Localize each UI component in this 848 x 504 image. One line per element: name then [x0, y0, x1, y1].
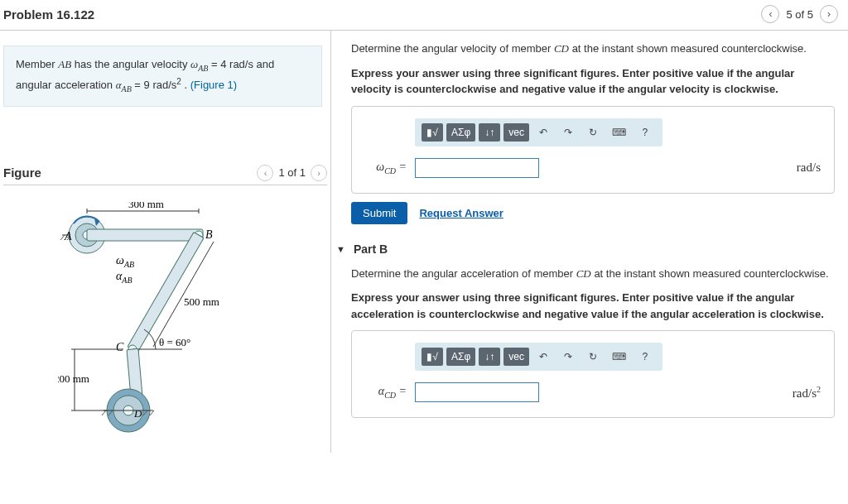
figure-page: 1 of 1	[278, 166, 306, 179]
svg-text:αAB: αAB	[116, 270, 132, 285]
next-problem-button[interactable]: ›	[820, 5, 838, 23]
formula-toolbar-A: ▮√ ΑΣφ ↓↑ vec ↶ ↷ ↻ ⌨ ?	[415, 118, 662, 146]
svg-text:θ = 60°: θ = 60°	[159, 336, 190, 348]
svg-text:ωAB: ωAB	[116, 254, 134, 269]
partB-header[interactable]: ▼ Part B	[336, 242, 835, 256]
figure-title: Figure	[3, 166, 41, 180]
partB-prompt1: Determine the angular acceleration of me…	[351, 266, 835, 282]
svg-text:500 mm: 500 mm	[184, 295, 219, 308]
figure-prev-button[interactable]: ‹	[257, 165, 273, 181]
partA-unit: rad/s	[797, 161, 821, 175]
redo-button[interactable]: ↷	[557, 348, 579, 366]
figure-diagram: 300 mm A B ωAB αAB	[0, 190, 330, 453]
partA-answer-box: ▮√ ΑΣφ ↓↑ vec ↶ ↷ ↻ ⌨ ? ωCD = rad/s	[351, 106, 835, 194]
svg-rect-7	[87, 229, 203, 241]
partB-variable: αCD =	[365, 385, 407, 400]
svg-text:D: D	[133, 407, 142, 420]
svg-text:B: B	[205, 228, 213, 241]
partA-prompt1: Determine the angular velocity of member…	[351, 41, 835, 57]
svg-text:200 mm: 200 mm	[58, 372, 89, 385]
vector-button[interactable]: vec	[504, 123, 529, 142]
partB-title: Part B	[354, 242, 388, 256]
svg-text:300 mm: 300 mm	[128, 202, 164, 210]
reset-button[interactable]: ↻	[582, 348, 604, 366]
keyboard-button[interactable]: ⌨	[607, 348, 631, 366]
formula-toolbar-B: ▮√ ΑΣφ ↓↑ vec ↶ ↷ ↻ ⌨ ?	[415, 343, 662, 371]
svg-rect-12	[128, 232, 204, 353]
svg-text:C: C	[116, 341, 124, 353]
help-button[interactable]: ?	[634, 348, 656, 366]
reset-button[interactable]: ↻	[582, 123, 604, 142]
keyboard-button[interactable]: ⌨	[607, 123, 631, 142]
partB-answer-input[interactable]	[415, 382, 539, 402]
partA-prompt2: Express your answer using three signific…	[351, 65, 835, 98]
vector-button[interactable]: vec	[504, 348, 529, 366]
problem-statement: Member AB has the angular velocity ωAB =…	[3, 46, 322, 107]
help-button[interactable]: ?	[634, 123, 656, 142]
collapse-icon: ▼	[336, 244, 345, 254]
partB-answer-box: ▮√ ΑΣφ ↓↑ vec ↶ ↷ ↻ ⌨ ? αCD = rad/s2	[351, 330, 835, 418]
partA-request-answer-link[interactable]: Request Answer	[419, 207, 503, 219]
prev-problem-button[interactable]: ‹	[761, 5, 779, 23]
symbols-button[interactable]: ΑΣφ	[446, 123, 475, 142]
partA-answer-input[interactable]	[415, 158, 539, 178]
undo-button[interactable]: ↶	[532, 348, 554, 366]
problem-title: Problem 16.122	[3, 7, 94, 22]
templates-button[interactable]: ▮√	[422, 348, 443, 366]
partB-unit: rad/s2	[793, 385, 821, 401]
partA-variable: ωCD =	[365, 161, 407, 175]
partB-prompt2: Express your answer using three signific…	[351, 290, 835, 322]
svg-text:A: A	[64, 230, 72, 242]
problem-nav: ‹ 5 of 5 ›	[761, 5, 838, 23]
figure-link[interactable]: (Figure 1)	[190, 79, 237, 91]
undo-button[interactable]: ↶	[532, 123, 554, 142]
partA-submit-button[interactable]: Submit	[351, 202, 407, 224]
templates-button[interactable]: ▮√	[422, 123, 443, 142]
subscript-button[interactable]: ↓↑	[479, 123, 500, 142]
redo-button[interactable]: ↷	[557, 123, 579, 142]
figure-next-button[interactable]: ›	[311, 165, 327, 181]
symbols-button[interactable]: ΑΣφ	[446, 348, 475, 366]
problem-count: 5 of 5	[786, 8, 813, 21]
subscript-button[interactable]: ↓↑	[479, 348, 500, 366]
